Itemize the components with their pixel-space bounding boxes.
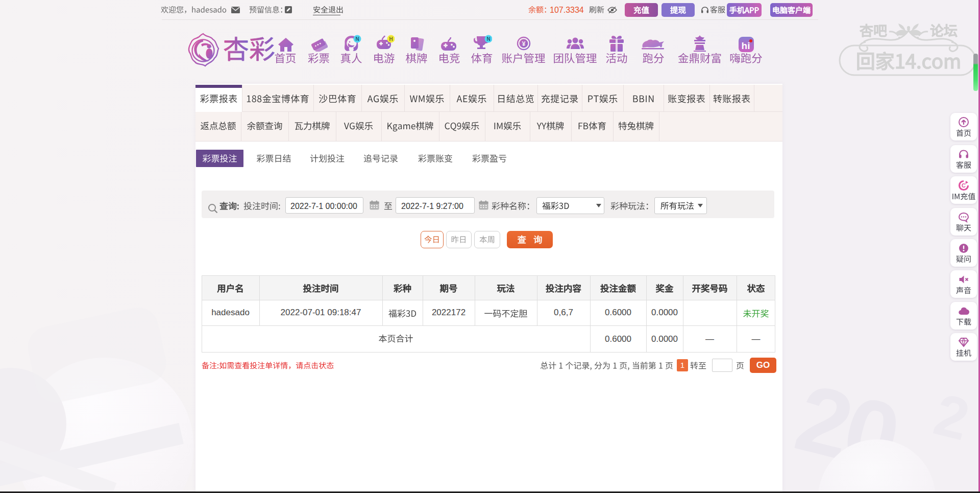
svg-text:N: N xyxy=(355,36,359,42)
svg-text:H: H xyxy=(389,36,393,42)
svg-text:¥: ¥ xyxy=(522,40,526,48)
svg-text:N: N xyxy=(486,36,490,42)
svg-text:C: C xyxy=(962,182,966,189)
svg-text:hi: hi xyxy=(742,40,750,51)
